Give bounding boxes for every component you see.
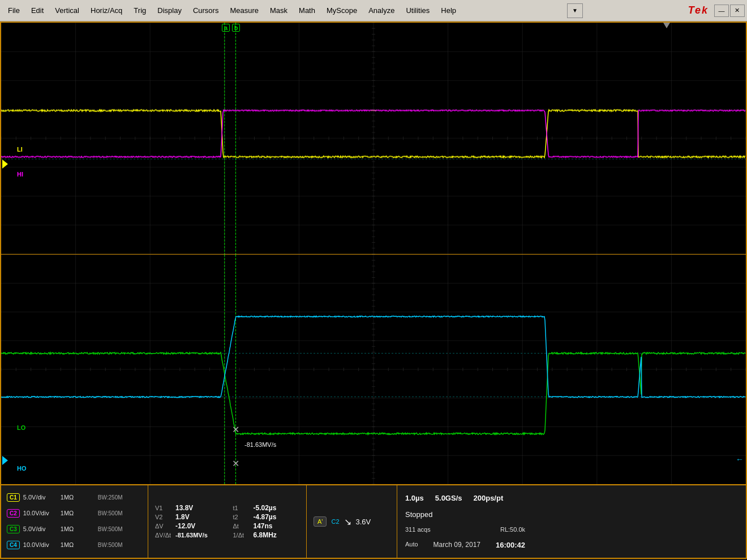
acq-status-label: Stopped [405,510,432,519]
ch2-row: C2 10.0V/div 1MΩ BW:500M [7,509,142,518]
acq-date-row: Auto March 09, 2017 16:00:42 [405,541,525,549]
menu-horizacq[interactable]: Horiz/Acq [85,4,128,17]
trigger-section: A' C2 ↘ 3.6V [307,485,397,558]
trigger-indicator-upper [2,160,8,169]
ch4-imp: 1MΩ [61,541,95,548]
tek-logo: Tek [688,5,709,16]
dvdt-value: -81.63MV/s [175,532,208,539]
trigger-level: 3.6V [356,518,371,526]
close-button[interactable]: ✕ [730,5,745,17]
menu-vertical[interactable]: Vertical [49,4,85,17]
ch4-arrow-right: ← [736,455,744,464]
acq-detail-row: 311 acqs RL:50.0k [405,526,525,533]
cursor-a-label: a [222,24,230,32]
acq-count: 311 acqs [405,526,431,533]
ch3-bw: BW:500M [98,526,123,532]
trigger-mode-badge: A' [314,516,327,527]
t1-value: -5.02µs [254,504,277,512]
v2-row: V2 1.8V [155,513,222,521]
1dt-label: 1/Δt [233,532,251,539]
acq-time: 16:00:42 [496,541,525,549]
menu-expand-button[interactable]: ▼ [567,3,583,18]
t2-label: t2 [233,514,251,520]
menu-mask[interactable]: Mask [264,4,293,17]
menu-measure[interactable]: Measure [224,4,264,17]
ch4-row: C4 10.0V/div 1MΩ BW:500M [7,541,142,549]
ch1-volts: 5.0V/div [23,494,57,501]
acq-status-row: Stopped [405,510,525,519]
ch4-bw: BW:500M [98,542,123,548]
t2-row: t2 -4.87µs [233,513,300,521]
t1-row: t1 -5.02µs [233,504,300,512]
dv-label: ΔV [155,523,173,529]
slew-rate-label: -81.63MV/s [244,441,276,448]
1dt-value: 6.8MHz [254,531,277,539]
ch1-label-li: LI [17,146,23,153]
minimize-button[interactable]: — [714,5,729,17]
1dt-row: 1/Δt 6.8MHz [233,531,300,539]
trigger-indicator-lower [2,456,8,465]
dt-row: Δt 147ns [233,522,300,530]
menu-bar: File Edit Vertical Horiz/Acq Trig Displa… [0,0,747,21]
menu-edit[interactable]: Edit [25,4,49,17]
measurements-section: V1 13.8V t1 -5.02µs V2 1.8V t2 -4.87µs Δ… [148,485,307,558]
channel-info-section: C1 5.0V/div 1MΩ BW:250M C2 10.0V/div 1MΩ… [1,485,148,558]
menu-cursors[interactable]: Cursors [187,4,225,17]
ch2-badge[interactable]: C2 [7,509,20,518]
t1-label: t1 [233,505,251,511]
trigger-slope-icon: ↘ [344,516,351,527]
scope-area: a b LI HI ✕ ✕ LO HO -81.63MV/s ← [0,21,747,485]
ch2-imp: 1MΩ [61,510,95,516]
ch4-label-ho: HO [17,465,27,472]
trigger-channel: C2 [331,518,339,525]
acq-rl: RL:50.0k [500,526,525,533]
v1-label: V1 [155,505,173,511]
ch2-volts: 10.0V/div [23,510,57,516]
v2-value: 1.8V [175,513,190,521]
acq-mode: Auto [405,541,418,549]
sample-rate: 5.0GS/s [435,494,462,502]
acquisition-section: 1.0µs 5.0GS/s 200ps/pt Stopped 311 acqs … [397,485,533,558]
pts-per-div: 200ps/pt [474,494,504,502]
status-bar: C1 5.0V/div 1MΩ BW:250M C2 10.0V/div 1MΩ… [0,485,747,559]
ch2-bw: BW:500M [98,510,123,516]
t2-value: -4.87µs [254,513,277,521]
menu-utilities[interactable]: Utilities [400,4,435,17]
acq-top-row: 1.0µs 5.0GS/s 200ps/pt [405,494,525,502]
ch4-volts: 10.0V/div [23,541,57,548]
dt-value: 147ns [254,522,273,530]
menu-myscope[interactable]: MyScope [321,4,363,17]
v1-row: V1 13.8V [155,504,222,512]
ch1-badge[interactable]: C1 [7,493,20,502]
ch3-label-lo: LO [17,424,25,431]
top-trigger-marker [663,23,670,28]
dv-value: -12.0V [175,522,195,530]
menu-trig[interactable]: Trig [128,4,152,17]
ch3-volts: 5.0V/div [23,525,57,532]
dv-row: ΔV -12.0V [155,522,222,530]
ch1-imp: 1MΩ [61,494,95,501]
time-per-div: 1.0µs [405,494,424,502]
ch4-badge[interactable]: C4 [7,541,20,549]
cursor-b-label: b [232,24,240,32]
v2-label: V2 [155,514,173,520]
ch3-badge[interactable]: C3 [7,525,20,533]
menu-file[interactable]: File [2,4,25,17]
ch3-imp: 1MΩ [61,525,95,532]
menu-analyze[interactable]: Analyze [363,4,400,17]
ch1-bw: BW:250M [98,494,123,501]
lower-wave-panel: ✕ ✕ LO HO -81.63MV/s ← [1,255,746,484]
ch3-row: C3 5.0V/div 1MΩ BW:500M [7,525,142,533]
ch1-row: C1 5.0V/div 1MΩ BW:250M [7,493,142,502]
dvdt-row: ΔV/Δt -81.63MV/s [155,531,222,539]
acq-date: March 09, 2017 [433,541,480,549]
menu-help[interactable]: Help [435,4,462,17]
menu-math[interactable]: Math [293,4,321,17]
menu-display[interactable]: Display [152,4,187,17]
ch2-label-hi: HI [17,171,23,178]
v1-value: 13.8V [175,504,193,512]
upper-wave-panel: a b LI HI [1,23,746,255]
dvdt-label: ΔV/Δt [155,532,173,539]
dt-label: Δt [233,523,251,529]
